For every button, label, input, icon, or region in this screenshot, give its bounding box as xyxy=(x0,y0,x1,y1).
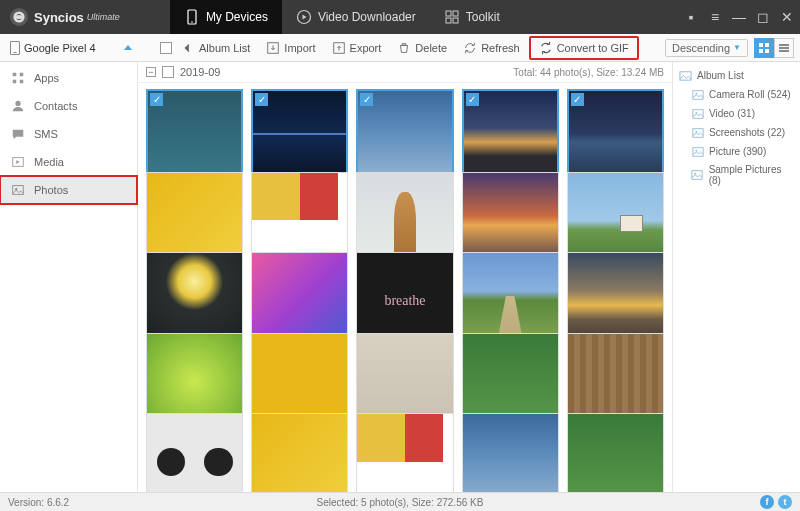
group-checkbox[interactable] xyxy=(162,66,174,78)
app-logo-icon xyxy=(10,8,28,26)
picture-icon xyxy=(691,107,704,120)
nav-photos[interactable]: Photos xyxy=(0,176,137,204)
photo-thumb[interactable] xyxy=(251,413,348,492)
nav-label: SMS xyxy=(34,128,58,140)
contacts-icon xyxy=(10,98,26,114)
svg-rect-10 xyxy=(765,43,769,47)
list-view-button[interactable] xyxy=(774,38,794,58)
left-nav: Apps Contacts SMS Media Photos xyxy=(0,62,138,492)
apps-icon xyxy=(10,70,26,86)
svg-rect-11 xyxy=(759,49,763,53)
album-item[interactable]: Picture (390) xyxy=(677,142,796,161)
import-button[interactable]: Import xyxy=(259,38,322,58)
toolbar: Google Pixel 4 Album List Import Export … xyxy=(0,34,800,62)
main-area: Apps Contacts SMS Media Photos − 2019-09… xyxy=(0,62,800,492)
button-label: Album List xyxy=(199,42,250,54)
device-selector[interactable]: Google Pixel 4 xyxy=(6,39,136,57)
photo-thumb[interactable] xyxy=(146,413,243,492)
nav-label: Contacts xyxy=(34,100,77,112)
album-item[interactable]: Sample Pictures (8) xyxy=(677,161,796,189)
tab-video-downloader[interactable]: Video Downloader xyxy=(282,0,430,34)
button-label: Refresh xyxy=(481,42,520,54)
tab-label: My Devices xyxy=(206,10,268,24)
svg-rect-22 xyxy=(13,186,24,195)
convert-gif-button[interactable]: Convert to GIF xyxy=(534,39,634,57)
svg-rect-4 xyxy=(453,11,458,16)
play-circle-icon xyxy=(296,9,312,25)
button-label: Export xyxy=(350,42,382,54)
svg-point-32 xyxy=(695,149,697,151)
svg-rect-27 xyxy=(692,109,702,118)
status-bar: Version: 6.6.2 Selected: 5 photo(s), Siz… xyxy=(0,492,800,511)
import-icon xyxy=(266,41,280,55)
sms-icon xyxy=(10,126,26,142)
grid-icon xyxy=(444,9,460,25)
album-list-pane: Album List Camera Roll (524)Video (31)Sc… xyxy=(672,62,800,492)
album-label: Screenshots (22) xyxy=(709,127,785,138)
picture-icon xyxy=(691,169,704,182)
album-item[interactable]: Screenshots (22) xyxy=(677,123,796,142)
tab-label: Toolkit xyxy=(466,10,500,24)
chevron-up-icon xyxy=(124,45,132,50)
album-item[interactable]: Video (31) xyxy=(677,104,796,123)
svg-rect-5 xyxy=(446,18,451,23)
device-name: Google Pixel 4 xyxy=(24,42,120,54)
svg-rect-9 xyxy=(759,43,763,47)
tab-my-devices[interactable]: My Devices xyxy=(170,0,282,34)
album-root[interactable]: Album List xyxy=(677,66,796,85)
check-icon: ✓ xyxy=(255,93,268,106)
check-icon: ✓ xyxy=(466,93,479,106)
svg-rect-19 xyxy=(20,80,24,84)
nav-sms[interactable]: SMS xyxy=(0,120,137,148)
svg-rect-24 xyxy=(680,72,691,80)
album-list-button[interactable]: Album List xyxy=(174,38,257,58)
sort-dropdown[interactable]: Descending ▼ xyxy=(665,39,748,57)
svg-rect-14 xyxy=(779,47,789,49)
nav-apps[interactable]: Apps xyxy=(0,64,137,92)
feedback-icon[interactable]: ▪ xyxy=(684,10,698,24)
album-label: Camera Roll (524) xyxy=(709,89,791,100)
svg-rect-3 xyxy=(446,11,451,16)
collapse-icon[interactable]: − xyxy=(146,67,156,77)
close-button[interactable]: ✕ xyxy=(780,10,794,24)
svg-point-1 xyxy=(191,21,193,23)
album-label: Picture (390) xyxy=(709,146,766,157)
facebook-icon[interactable]: f xyxy=(760,495,774,509)
check-icon: ✓ xyxy=(150,93,163,106)
menu-icon[interactable]: ≡ xyxy=(708,10,722,24)
svg-rect-33 xyxy=(692,171,702,180)
svg-rect-12 xyxy=(765,49,769,53)
app-name: Syncios xyxy=(34,10,84,25)
maximize-button[interactable]: ◻ xyxy=(756,10,770,24)
photo-thumb[interactable] xyxy=(356,413,453,492)
convert-gif-highlight: Convert to GIF xyxy=(529,36,639,60)
phone-icon xyxy=(10,41,20,55)
nav-media[interactable]: Media xyxy=(0,148,137,176)
picture-icon xyxy=(691,126,704,139)
grid-view-button[interactable] xyxy=(754,38,774,58)
nav-label: Media xyxy=(34,156,64,168)
photo-thumb[interactable] xyxy=(567,413,664,492)
group-header: − 2019-09 Total: 44 photo(s), Size: 13.2… xyxy=(138,62,672,83)
svg-rect-6 xyxy=(453,18,458,23)
svg-point-30 xyxy=(695,130,697,132)
photo-thumb[interactable] xyxy=(462,413,559,492)
tab-toolkit[interactable]: Toolkit xyxy=(430,0,514,34)
album-item[interactable]: Camera Roll (524) xyxy=(677,85,796,104)
svg-rect-17 xyxy=(20,73,24,77)
svg-rect-13 xyxy=(779,44,789,46)
album-label: Video (31) xyxy=(709,108,755,119)
refresh-button[interactable]: Refresh xyxy=(456,38,527,58)
album-label: Sample Pictures (8) xyxy=(709,164,794,186)
select-all-checkbox[interactable] xyxy=(160,42,172,54)
button-label: Import xyxy=(284,42,315,54)
nav-contacts[interactable]: Contacts xyxy=(0,92,137,120)
twitter-icon[interactable]: t xyxy=(778,495,792,509)
check-icon: ✓ xyxy=(571,93,584,106)
minimize-button[interactable]: — xyxy=(732,10,746,24)
export-button[interactable]: Export xyxy=(325,38,389,58)
photo-grid[interactable]: ✓✓✓✓✓ xyxy=(138,83,672,492)
phone-icon xyxy=(184,9,200,25)
trash-icon xyxy=(397,41,411,55)
delete-button[interactable]: Delete xyxy=(390,38,454,58)
